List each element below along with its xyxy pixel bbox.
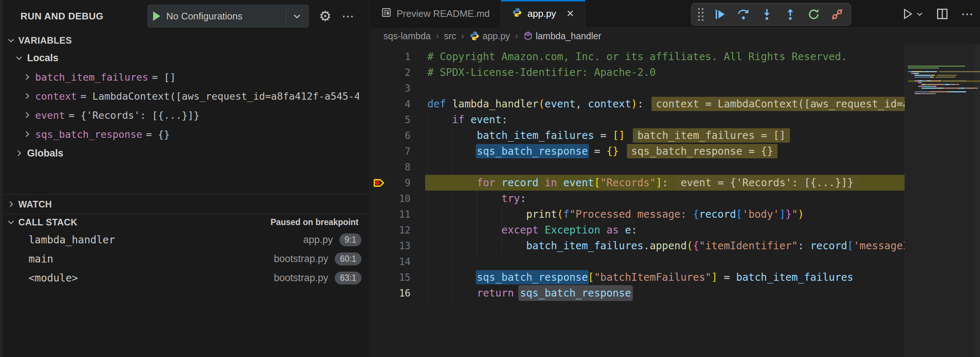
variables-header-label: VARIABLES [18,35,72,46]
token: : [637,98,643,110]
code-text: # SPDX-License-Identifier: Apache-2.0 [427,66,656,78]
code-line-11[interactable]: 11print(f"Processed message: {record['bo… [370,206,905,222]
token: return [477,287,520,299]
variable-row[interactable]: sqs_batch_response = {} [0,124,369,144]
token: append [650,240,687,252]
globals-group-row[interactable]: Globals [0,144,369,163]
variables-section-header[interactable]: VARIABLES [0,32,369,48]
token: sqs_batch_response [477,271,588,283]
frame-file: bootstrap.py [274,253,328,265]
gear-icon[interactable]: ⚙ [319,9,331,23]
start-debug-icon[interactable] [153,11,161,21]
token: ) [798,208,804,220]
code-line-10[interactable]: 10try: [370,191,905,206]
run-button[interactable] [902,8,924,20]
code-line-14[interactable]: 14 [370,253,905,269]
chevron-right-icon [15,149,24,158]
call-stack-frame[interactable]: <module>bootstrap.py63:1 [0,268,369,287]
token: record [501,177,538,189]
variables-list: batch_item_failures = []context = Lambda… [0,67,369,144]
token: print [526,208,557,220]
watch-section-header[interactable]: WATCH [0,194,369,214]
line-number: 12 [388,225,410,236]
variable-row[interactable]: event = {'Records': [{...}]} [0,105,369,124]
code-line-15[interactable]: 15sqs_batch_response["batchItemFailures"… [370,269,905,285]
frame-position-badge: 9:1 [339,233,361,246]
variable-value: = LambdaContext([aws_request_id=a8fa412f… [81,91,359,102]
minimap[interactable] [905,45,980,357]
debug-config-label: No Configurations [166,11,280,22]
call-stack-frame[interactable]: mainbootstrap.py60:1 [0,249,369,268]
code-line-8[interactable]: 8 [370,159,905,175]
step-over-button[interactable] [737,7,750,21]
code-line-6[interactable]: 6batch_item_failures = []batch_item_fail… [370,128,905,143]
split-editor-button[interactable] [936,8,948,20]
call-stack-frame[interactable]: lambda_handlerapp.py9:1 [0,230,369,249]
code-line-9[interactable]: 9for record in event["Records"]:event = … [370,175,905,191]
tab-preview-readme-md[interactable]: Preview README.md [370,0,501,27]
line-number: 9 [388,177,410,188]
call-stack-section-header[interactable]: CALL STACK Paused on breakpoint [0,214,369,230]
code-line-3[interactable]: 3 [370,80,905,96]
chevron-right-icon [6,200,15,209]
code-editor[interactable]: 1# Copyright Amazon.com, Inc. or its aff… [370,45,905,357]
token: } [786,208,792,220]
line-number: 11 [388,209,410,220]
token: if [452,114,471,126]
variable-name: context [35,91,77,102]
variable-value: = {} [146,129,170,140]
code-line-4[interactable]: 4def lambda_handler(event, context):cont… [370,96,905,112]
frame-name: main [29,253,53,265]
variable-row[interactable]: batch_item_failures = [] [0,67,369,86]
token: : [501,114,508,126]
code-line-1[interactable]: 1# Copyright Amazon.com, Inc. or its aff… [370,49,905,64]
token: in [538,177,563,189]
drag-grip[interactable] [698,8,703,21]
variable-name: sqs_batch_response [35,129,142,140]
debug-config-dropdown[interactable]: No Configurations [148,5,309,27]
breadcrumb-item-lambda-handler[interactable]: lambda_handler [523,31,601,41]
locals-group-row[interactable]: Locals [0,48,369,67]
disconnect-button[interactable] [830,7,844,21]
breadcrumb-item-src[interactable]: src [444,31,456,41]
more-actions-icon[interactable]: ⋯ [342,10,355,22]
breadcrumb-item-sqs-lambda[interactable]: sqs-lambda [383,31,431,41]
token: # Copyright Amazon.com, Inc. or its affi… [427,51,847,63]
chevron-right-icon [23,92,32,100]
variable-row[interactable]: context = LambdaContext([aws_request_id=… [0,86,369,105]
token: batch_item_failures [526,240,643,252]
token: [ [594,177,600,189]
line-number: 14 [388,256,410,267]
token: batch_item_failures [736,271,853,283]
tab-app-py[interactable]: app.py✕ [501,0,585,27]
token: # SPDX-License-Identifier: Apache-2.0 [427,66,656,78]
chevron-down-icon [6,218,15,226]
breadcrumb-separator: › [514,31,519,41]
step-into-button[interactable] [760,7,774,21]
chevron-down-icon[interactable] [292,11,302,21]
token: "Processed message: [570,208,693,220]
token: batch_item_failures [477,129,594,142]
code-line-5[interactable]: 5if event: [370,112,905,128]
globals-label: Globals [27,148,64,159]
token: : [798,240,810,252]
chevron-right-icon [23,73,32,81]
breakpoint-arrow-icon[interactable] [370,177,388,188]
token: event [471,114,501,126]
call-stack-list: lambda_handlerapp.py9:1mainbootstrap.py6… [0,230,369,287]
code-line-16[interactable]: 16return sqs_batch_response [370,285,905,301]
step-out-button[interactable] [783,7,797,21]
restart-button[interactable] [807,7,821,21]
breadcrumb-separator: › [435,31,439,41]
scrollbar[interactable] [975,45,980,357]
close-icon[interactable]: ✕ [566,8,574,19]
token: ( [687,240,693,252]
code-line-12[interactable]: 12except Exception as e: [370,222,905,238]
code-line-13[interactable]: 13batch_item_failures.append({"itemIdent… [370,238,905,253]
continue-button[interactable] [713,7,727,21]
breadcrumb-item-app-py[interactable]: app.py [469,31,510,41]
debug-toolbar [691,3,851,26]
code-line-7[interactable]: 7sqs_batch_response = {}sqs_batch_respon… [370,143,905,159]
more-actions-icon[interactable]: ⋯ [961,6,974,21]
code-line-2[interactable]: 2# SPDX-License-Identifier: Apache-2.0 [370,64,905,80]
